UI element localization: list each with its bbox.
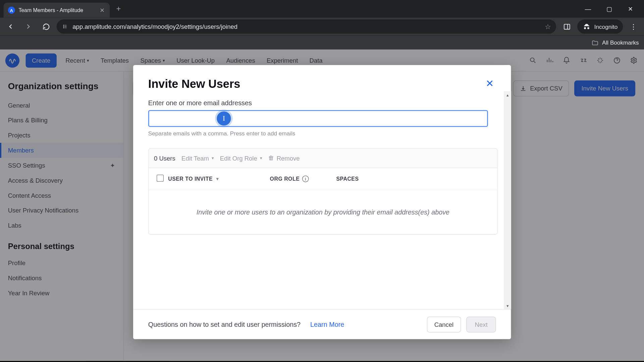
maximize-icon[interactable]: ▢ (602, 2, 616, 16)
minimize-icon[interactable]: — (581, 2, 595, 16)
address-bar[interactable]: app.amplitude.com/analytics/moodjoy2/set… (57, 19, 556, 34)
close-tab-icon[interactable]: ✕ (99, 7, 105, 13)
incognito-badge[interactable]: Incognito (578, 19, 623, 34)
info-icon[interactable]: i (302, 176, 309, 182)
chevron-down-icon: ▾ (212, 156, 214, 161)
browser-tab[interactable]: A Team Members - Amplitude ✕ (4, 3, 110, 18)
amplitude-favicon: A (8, 7, 15, 14)
edit-team-dropdown[interactable]: Edit Team▾ (181, 155, 214, 162)
close-window-icon[interactable]: ✕ (624, 2, 637, 16)
incognito-icon (583, 22, 591, 31)
cancel-button[interactable]: Cancel (427, 316, 461, 332)
site-info-icon[interactable] (62, 23, 68, 29)
users-table-panel: 0 Users Edit Team▾ Edit Org Role▾ 🗑Remov… (148, 148, 498, 235)
users-count: 0 Users (154, 155, 175, 162)
svg-point-2 (63, 27, 64, 28)
svg-point-1 (63, 25, 64, 25)
remove-button[interactable]: 🗑Remove (268, 155, 300, 162)
close-modal-button[interactable]: ✕ (484, 77, 496, 90)
column-org-role: ORG ROLEi (270, 176, 336, 182)
new-tab-button[interactable]: + (112, 3, 125, 15)
bookmark-star-icon[interactable]: ☆ (545, 22, 551, 31)
incognito-label: Incognito (594, 23, 618, 30)
svg-point-0 (63, 26, 64, 27)
chrome-window: A Team Members - Amplitude ✕ + — ▢ ✕ app… (0, 0, 644, 361)
svg-rect-3 (564, 24, 570, 29)
back-button[interactable] (4, 19, 18, 34)
next-button[interactable]: Next (466, 316, 496, 332)
select-all-checkbox[interactable] (157, 175, 164, 182)
bookmarks-bar: All Bookmarks (0, 36, 644, 50)
trash-icon: 🗑 (268, 155, 274, 162)
reload-button[interactable] (39, 19, 53, 34)
forward-button[interactable] (21, 19, 35, 34)
modal-title: Invite New Users (148, 77, 240, 91)
footer-question: Questions on how to set and edit user pe… (148, 320, 301, 328)
folder-icon (591, 39, 598, 46)
sort-icon: ▾ (216, 176, 219, 181)
titlebar: A Team Members - Amplitude ✕ + — ▢ ✕ (0, 0, 644, 18)
browser-toolbar: app.amplitude.com/analytics/moodjoy2/set… (0, 18, 644, 36)
column-spaces: SPACES (336, 176, 489, 182)
url-text: app.amplitude.com/analytics/moodjoy2/set… (72, 23, 237, 30)
all-bookmarks-link[interactable]: All Bookmarks (602, 39, 639, 46)
tab-title: Team Members - Amplitude (18, 7, 96, 13)
side-panel-icon[interactable] (560, 19, 574, 34)
scroll-up-icon[interactable]: ▴ (504, 91, 511, 98)
email-input[interactable] (148, 110, 488, 127)
scroll-down-icon[interactable]: ▾ (504, 302, 511, 309)
chrome-menu-icon[interactable]: ⋮ (627, 19, 641, 34)
learn-more-link[interactable]: Learn More (310, 320, 344, 328)
email-field-label: Enter one or more email addresses (148, 99, 496, 106)
invite-users-modal: Invite New Users ✕ Enter one or more ema… (133, 65, 511, 339)
column-user[interactable]: USER TO INVITE▾ (168, 176, 270, 182)
chevron-down-icon: ▾ (260, 156, 262, 161)
edit-org-role-dropdown[interactable]: Edit Org Role▾ (220, 155, 262, 162)
empty-state-text: Invite one or more users to an organizat… (149, 190, 497, 234)
modal-scrollbar[interactable]: ▴ ▾ (504, 91, 511, 309)
page-viewport: Create Recent▾ Templates Spaces▾ User Lo… (0, 50, 644, 361)
email-hint: Separate emails with a comma. Press ente… (148, 130, 496, 137)
modal-overlay: Invite New Users ✕ Enter one or more ema… (0, 50, 644, 361)
cursor-indicator: I (217, 111, 231, 125)
